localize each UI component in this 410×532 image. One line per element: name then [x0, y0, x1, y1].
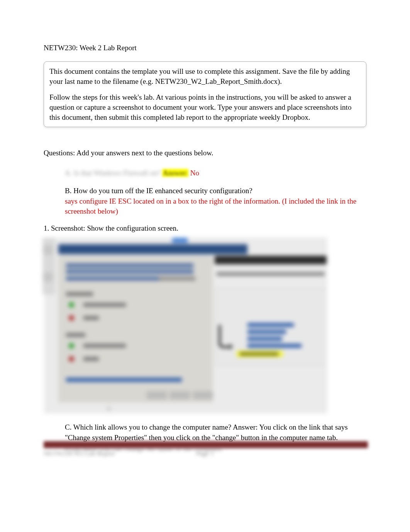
question-b-row: B. How do you turn off the IE enhanced s…: [65, 186, 366, 216]
instructions-box: This document contains the template you …: [44, 61, 366, 127]
screenshot-annotation-arrow-icon: [219, 325, 232, 348]
screenshot-option-label: [83, 316, 99, 320]
embedded-screenshot: [45, 238, 327, 413]
screenshot-help-link: [66, 378, 182, 382]
question-b-text: B. How do you turn off the IE enhanced s…: [65, 186, 366, 196]
screenshot-dialog-text: [159, 277, 195, 280]
screenshot-subheader: [66, 292, 93, 296]
screenshot-sidebar: [43, 238, 54, 294]
screenshot-radio-on-icon: [69, 343, 74, 348]
page-header-title: NETW230: Week 2 Lab Report: [44, 44, 366, 52]
screenshot-tab: [172, 238, 188, 243]
screenshot-link: [247, 323, 294, 327]
screenshot-dialog-text: [66, 270, 193, 274]
question-a-answer-text: No: [190, 169, 199, 177]
screenshot-highlighted-link: [240, 352, 278, 355]
question-b-answer-text: says configure IE ESC located on in a bo…: [65, 196, 366, 216]
screenshot-caret-icon: [107, 407, 111, 411]
screenshot-dialog-button: [193, 392, 213, 399]
screenshot-caption: 1. Screenshot: Show the configuration sc…: [44, 224, 366, 233]
sidebar-icon: [43, 245, 53, 255]
screenshot-dialog-text: [66, 263, 193, 267]
question-c-row: C. Which link allows you to change the c…: [65, 422, 366, 443]
instructions-paragraph-1: This document contains the template you …: [49, 66, 361, 86]
screenshot-radio-off-icon: [69, 315, 74, 321]
question-a-blurred-text: A. Is that Windows Firewall on?: [65, 169, 160, 177]
screenshot-link: [247, 344, 302, 348]
screenshot-radio-off-icon: [69, 356, 74, 362]
footer-page-number: Page 1: [44, 450, 366, 457]
screenshot-dialog-text: [66, 277, 159, 280]
screenshot-dialog-button: [170, 392, 190, 399]
screenshot-subheader: [66, 333, 85, 337]
screenshot-option-label: [83, 357, 99, 361]
footer-row: NETW230 W2 Lab Report Page 1: [44, 450, 366, 457]
screenshot-titlebar: [58, 244, 247, 254]
screenshot-section-header: [215, 256, 327, 264]
footer-divider-bar: [44, 441, 368, 448]
screenshot-radio-on-icon: [69, 302, 74, 308]
screenshot-dialog-button: [147, 392, 166, 399]
sidebar-icon: [43, 272, 53, 282]
question-a-answer-label-highlight: Answer:: [162, 169, 188, 177]
screenshot-option-label: [83, 303, 126, 307]
screenshot-option-label: [83, 344, 126, 348]
screenshot-section-text: [217, 272, 325, 276]
question-a-row: A. Is that Windows Firewall on? Answer: …: [65, 168, 366, 178]
instructions-paragraph-2: Follow the steps for this week's lab. At…: [49, 92, 361, 122]
screenshot-link: [247, 330, 286, 334]
screenshot-link: [247, 337, 282, 341]
questions-intro: Questions: Add your answers next to the …: [44, 149, 366, 157]
